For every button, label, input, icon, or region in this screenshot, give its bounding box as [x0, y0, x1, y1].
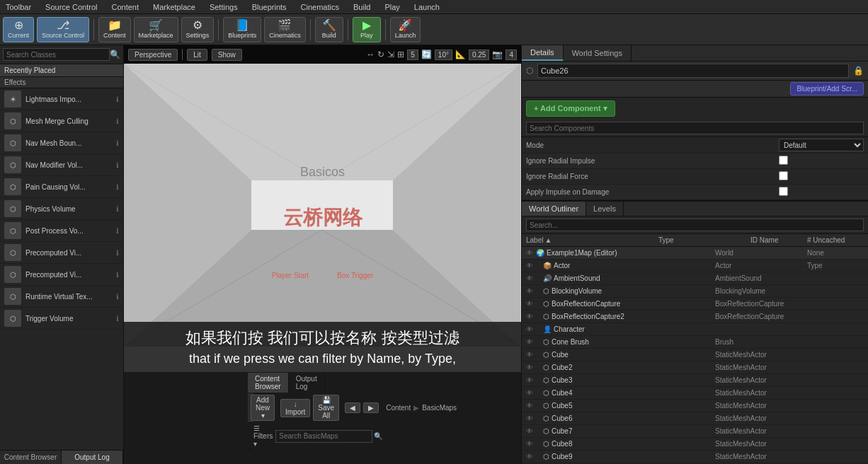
search-components-input[interactable]	[526, 122, 864, 134]
launch-button[interactable]: 🚀 Launch	[390, 17, 421, 42]
outliner-row[interactable]: 👁 ⬡ Cube StaticMeshActor	[522, 349, 868, 361]
eye-icon[interactable]: 👁	[526, 453, 533, 460]
breadcrumb-content[interactable]: Content	[386, 404, 411, 412]
eye-icon[interactable]: 👁	[526, 402, 533, 410]
scale-value[interactable]: 0.25	[469, 50, 489, 60]
tab-output-log-main[interactable]: Output Log	[289, 373, 325, 393]
outliner-row[interactable]: 👁 ⬡ BoxReflectionCapture BoxReflectionCa…	[522, 298, 868, 311]
col-uncached[interactable]: # Uncached	[807, 236, 864, 244]
outliner-row[interactable]: 👁 ⬡ Cube3 StaticMeshActor	[522, 374, 868, 387]
transform-scale-icon[interactable]: ⇲	[387, 50, 394, 59]
col-type[interactable]: Type	[658, 236, 750, 244]
list-item[interactable]: ⬡ Post Process Vo... ℹ	[0, 220, 123, 242]
list-item[interactable]: ⬡ Trigger Volume ℹ	[0, 308, 123, 330]
snap-value[interactable]: 5	[407, 50, 418, 60]
eye-icon[interactable]: 👁	[526, 351, 533, 359]
outliner-row[interactable]: 👁 ⬡ Cone Brush Brush	[522, 336, 868, 349]
eye-icon[interactable]: 👁	[526, 325, 533, 333]
import-button[interactable]: ↓ Import	[280, 399, 310, 417]
ignore-radial-impulse-checkbox[interactable]	[779, 156, 788, 165]
tab-levels[interactable]: Levels	[586, 202, 624, 216]
list-item[interactable]: ⬡ Pain Causing Vol... ℹ	[0, 176, 123, 198]
scale-icon[interactable]: 📐	[455, 50, 466, 59]
apply-impulse-checkbox[interactable]	[779, 187, 788, 196]
content-button[interactable]: 📁 Content	[98, 17, 131, 42]
nav-back-button[interactable]: ◀	[345, 402, 360, 413]
transform-rotate-icon[interactable]: ↻	[377, 50, 384, 59]
tab-details[interactable]: Details	[522, 45, 564, 61]
list-item[interactable]: ⬡ Precomputed Vi... ℹ	[0, 264, 123, 286]
outliner-row[interactable]: 👁 ⬡ Cube7 StaticMeshActor	[522, 425, 868, 438]
outliner-row[interactable]: 👁 ⬡ Cube5 StaticMeshActor	[522, 400, 868, 412]
tab-world-settings[interactable]: World Settings	[564, 45, 632, 61]
lit-btn[interactable]: Lit	[187, 49, 207, 61]
eye-icon[interactable]: 👁	[526, 262, 533, 269]
list-item[interactable]: ⬡ Runtime Virtual Tex... ℹ	[0, 286, 123, 308]
transform-move-icon[interactable]: ↔	[366, 50, 375, 59]
menu-settings[interactable]: Settings	[207, 3, 241, 11]
outliner-row[interactable]: 👁 📦 Actor Actor Type	[522, 260, 868, 272]
outliner-row[interactable]: 👁 🌍 Example1Map (Editor) World None	[522, 247, 868, 260]
menu-content[interactable]: Content	[108, 3, 142, 11]
search-icon[interactable]: 🔍	[110, 50, 120, 59]
breadcrumb-basicmaps[interactable]: BasicMaps	[422, 404, 457, 412]
tab-content-browser-main[interactable]: Content Browser	[248, 373, 289, 393]
eye-icon[interactable]: 👁	[526, 389, 533, 397]
nav-forward-button[interactable]: ▶	[363, 402, 379, 413]
eye-icon[interactable]: 👁	[526, 440, 533, 448]
blueprints-button[interactable]: 📘 Blueprints	[223, 17, 261, 42]
eye-icon[interactable]: 👁	[526, 338, 533, 346]
eye-icon[interactable]: 👁	[526, 427, 533, 435]
menu-launch[interactable]: Launch	[411, 3, 442, 11]
menu-play[interactable]: Play	[382, 3, 402, 11]
outliner-row[interactable]: 👁 🔊 AmbientSound AmbientSound	[522, 272, 868, 285]
snap-icon[interactable]: ⊞	[397, 50, 404, 59]
settings-button[interactable]: ⚙ Settings	[181, 17, 215, 42]
build-button[interactable]: 🔨 Build	[315, 17, 343, 42]
eye-icon[interactable]: 👁	[526, 300, 533, 308]
cb-search-input[interactable]	[275, 430, 372, 443]
ignore-radial-force-checkbox[interactable]	[779, 171, 788, 180]
list-item[interactable]: ⬡ Precomputed Vi... ℹ	[0, 242, 123, 264]
angle-value[interactable]: 10°	[435, 50, 452, 60]
outliner-row[interactable]: 👁 ⬡ BoxReflectionCapture2 BoxReflectionC…	[522, 311, 868, 323]
tab-output-log[interactable]: Output Log	[62, 451, 123, 464]
outliner-row[interactable]: 👁 ⬡ Cube2 StaticMeshActor	[522, 361, 868, 374]
outliner-row[interactable]: 👁 👤 Character	[522, 323, 868, 336]
angle-icon[interactable]: 🔄	[421, 50, 432, 59]
outliner-row[interactable]: 👁 ⬡ Cube4 StaticMeshActor	[522, 387, 868, 400]
eye-icon[interactable]: 👁	[526, 274, 533, 282]
outliner-search-input[interactable]	[526, 219, 864, 231]
outliner-row[interactable]: 👁 ⬡ Cube8 StaticMeshActor	[522, 438, 868, 451]
tab-world-outliner[interactable]: World Outliner	[522, 202, 586, 216]
cb-search-icon[interactable]: 🔍	[372, 432, 384, 440]
camera-icon[interactable]: 📷	[492, 50, 503, 59]
menu-blueprints[interactable]: Blueprints	[249, 3, 290, 11]
tab-content-browser[interactable]: Content Browser	[0, 451, 62, 464]
show-btn[interactable]: Show	[212, 49, 242, 61]
menu-source-control[interactable]: Source Control	[42, 3, 100, 11]
menu-marketplace[interactable]: Marketplace	[150, 3, 198, 11]
search-classes-input[interactable]	[3, 48, 110, 61]
mode-select[interactable]: Default Custom	[779, 139, 864, 151]
list-item[interactable]: ⬡ Nav Mesh Boun... ℹ	[0, 132, 123, 154]
outliner-row[interactable]: 👁 ⬡ Cube6 StaticMeshActor	[522, 412, 868, 425]
eye-icon[interactable]: 👁	[526, 376, 533, 384]
marketplace-button[interactable]: 🛒 Marketplace	[134, 17, 178, 42]
list-item[interactable]: ⬡ Mesh Merge Culling ℹ	[0, 110, 123, 132]
cinematics-button[interactable]: 🎬 Cinematics	[264, 17, 306, 42]
list-item[interactable]: ☀ Lightmass Impo... ℹ	[0, 88, 123, 110]
outliner-row[interactable]: 👁 ⬡ BlockingVolume BlockingVolume	[522, 285, 868, 298]
eye-icon[interactable]: 👁	[526, 287, 533, 295]
eye-icon[interactable]: 👁	[526, 249, 533, 257]
add-component-button[interactable]: + Add Component ▾	[526, 100, 615, 117]
source-control-button[interactable]: ⎇ Source Control	[37, 17, 89, 42]
eye-icon[interactable]: 👁	[526, 364, 533, 371]
list-item[interactable]: ⬡ Physics Volume ℹ	[0, 198, 123, 220]
perspective-btn[interactable]: Perspective	[128, 49, 178, 61]
eye-icon[interactable]: 👁	[526, 414, 533, 422]
eye-icon[interactable]: 👁	[526, 313, 533, 320]
blueprint-add-script-button[interactable]: Blueprint/Add Scr...	[790, 82, 864, 95]
outliner-row[interactable]: 👁 ⬡ Cube9 StaticMeshActor	[522, 451, 868, 463]
play-button[interactable]: ▶ Play	[353, 17, 381, 42]
